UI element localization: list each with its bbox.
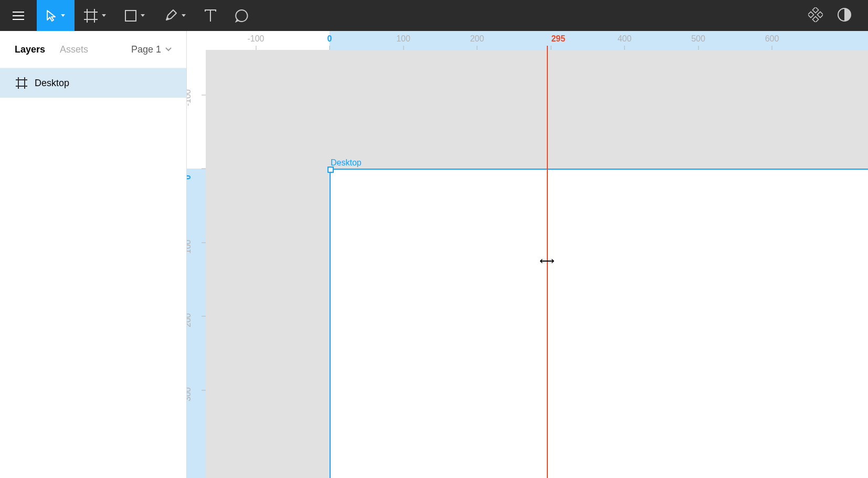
rectangle-icon xyxy=(125,10,136,22)
svg-rect-9 xyxy=(812,16,818,22)
vertical-ruler[interactable]: -1000100200300 xyxy=(187,50,206,478)
frame-desktop[interactable]: Desktop xyxy=(330,169,868,478)
text-tool-button[interactable] xyxy=(195,0,226,31)
guide-vertical[interactable] xyxy=(547,50,548,478)
pen-tool-button[interactable] xyxy=(154,0,195,31)
comment-icon xyxy=(235,9,249,23)
canvas[interactable]: Desktop ⟷ xyxy=(206,50,868,478)
tab-assets[interactable]: Assets xyxy=(60,44,88,55)
main-menu-button[interactable] xyxy=(0,0,37,31)
hamburger-icon xyxy=(13,12,24,20)
layer-label: Desktop xyxy=(35,78,69,89)
horizontal-ruler[interactable]: -1000100200400500600295 xyxy=(206,31,868,50)
move-tool-button[interactable] xyxy=(37,0,75,31)
svg-rect-7 xyxy=(125,11,136,21)
selection-handle-tl[interactable] xyxy=(327,167,334,173)
page-label: Page 1 xyxy=(131,44,161,55)
tab-layers[interactable]: Layers xyxy=(15,44,45,55)
svg-rect-10 xyxy=(808,12,814,17)
canvas-area: -1000100200400500600295 -1000100200300 D… xyxy=(187,31,868,478)
comment-tool-button[interactable] xyxy=(226,0,258,31)
diamond-grid-icon xyxy=(808,7,823,22)
frame-icon xyxy=(16,77,27,89)
ruler-corner xyxy=(187,31,206,50)
layer-list: Desktop xyxy=(0,68,186,478)
text-icon xyxy=(205,9,216,22)
panel-header: Layers Assets Page 1 xyxy=(0,31,186,68)
svg-rect-8 xyxy=(812,7,818,13)
frame-tool-button[interactable] xyxy=(75,0,115,31)
pen-icon xyxy=(164,9,177,23)
top-toolbar xyxy=(0,0,868,31)
theme-toggle-button[interactable] xyxy=(838,8,851,24)
left-panel: Layers Assets Page 1 Desktop xyxy=(0,31,187,478)
frame-label[interactable]: Desktop xyxy=(331,158,362,168)
frame-icon xyxy=(84,9,98,23)
chevron-down-icon xyxy=(165,47,172,51)
layer-item-desktop[interactable]: Desktop xyxy=(0,68,186,98)
svg-rect-11 xyxy=(817,12,823,17)
cursor-icon xyxy=(46,9,57,22)
contrast-icon xyxy=(838,8,851,22)
components-button[interactable] xyxy=(808,7,823,24)
shape-tool-button[interactable] xyxy=(115,0,154,31)
page-selector[interactable]: Page 1 xyxy=(131,44,172,55)
